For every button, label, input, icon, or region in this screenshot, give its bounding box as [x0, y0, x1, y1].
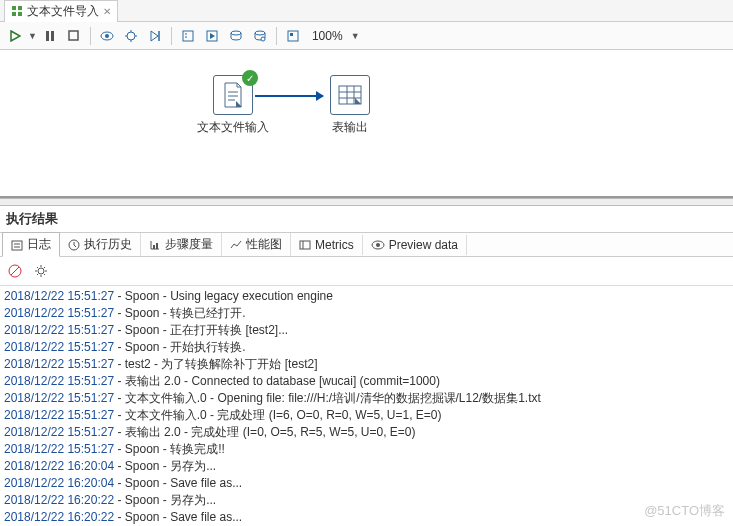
sql-button[interactable]	[225, 25, 247, 47]
svg-rect-45	[300, 241, 310, 249]
close-icon[interactable]: ✕	[103, 6, 111, 17]
svg-point-23	[255, 31, 265, 35]
svg-point-22	[231, 31, 241, 35]
log-line: 2018/12/22 15:51:27 - test2 - 为了转换解除补丁开始…	[4, 356, 729, 373]
log-settings-button[interactable]	[30, 260, 52, 282]
tab-metrics[interactable]: Metrics	[291, 235, 363, 255]
results-title: 执行结果	[0, 206, 733, 233]
impact-button[interactable]	[201, 25, 223, 47]
svg-rect-26	[290, 33, 293, 36]
log-toolbar	[0, 257, 733, 286]
svg-rect-44	[156, 243, 158, 249]
log-line: 2018/12/22 16:20:04 - Spoon - Save file …	[4, 475, 729, 492]
log-line: 2018/12/22 15:51:27 - Spoon - Using lega…	[4, 288, 729, 305]
preview-button[interactable]	[96, 25, 118, 47]
svg-rect-2	[12, 12, 16, 16]
clear-log-button[interactable]	[4, 260, 26, 282]
node-label: 文本文件输入	[197, 119, 269, 136]
tab-title: 文本文件导入	[27, 3, 99, 20]
svg-point-10	[127, 32, 135, 40]
splitter[interactable]	[0, 198, 733, 206]
svg-rect-7	[69, 31, 78, 40]
svg-rect-17	[183, 31, 193, 41]
tab-perf[interactable]: 性能图	[222, 233, 291, 256]
svg-rect-43	[153, 245, 155, 249]
log-line: 2018/12/22 15:51:27 - 文本文件输入.0 - Opening…	[4, 390, 729, 407]
log-line: 2018/12/22 15:51:27 - 文本文件输入.0 - 完成处理 (I…	[4, 407, 729, 424]
svg-line-57	[44, 274, 45, 275]
stop-button[interactable]	[63, 25, 85, 47]
node-label: 表输出	[332, 119, 368, 136]
log-line: 2018/12/22 15:51:27 - Spoon - 开始执行转换.	[4, 339, 729, 356]
svg-rect-3	[18, 12, 22, 16]
editor-tab-bar: 文本文件导入 ✕	[0, 0, 733, 22]
main-toolbar: ▼ 100% ▼	[0, 22, 733, 50]
table-icon	[337, 84, 363, 106]
svg-line-59	[44, 267, 45, 268]
run-dd-icon[interactable]: ▼	[28, 31, 37, 41]
svg-point-24	[261, 37, 265, 41]
node-text-input[interactable]: ✓ 文本文件输入	[197, 75, 269, 136]
watermark: @51CTO博客	[644, 502, 725, 520]
log-line: 2018/12/22 15:51:27 - 表输出 2.0 - 完成处理 (I=…	[4, 424, 729, 441]
svg-rect-6	[51, 31, 54, 41]
log-line: 2018/12/22 15:51:27 - Spoon - 转换已经打开.	[4, 305, 729, 322]
canvas[interactable]: ✓ 文本文件输入 表输出	[0, 50, 733, 198]
svg-rect-37	[12, 241, 22, 250]
log-line: 2018/12/22 16:20:22 - Spoon - 另存为...	[4, 492, 729, 509]
status-ok-icon: ✓	[242, 70, 258, 86]
tab-step-metrics[interactable]: 步骤度量	[141, 233, 222, 256]
svg-point-9	[105, 34, 109, 38]
svg-line-58	[37, 274, 38, 275]
pause-button[interactable]	[39, 25, 61, 47]
log-line: 2018/12/22 15:51:27 - 表输出 2.0 - Connecte…	[4, 373, 729, 390]
check-button[interactable]	[177, 25, 199, 47]
svg-marker-15	[151, 31, 158, 41]
zoom-value: 100%	[312, 29, 343, 43]
explore-button[interactable]	[249, 25, 271, 47]
svg-point-48	[376, 243, 380, 247]
tab-log[interactable]: 日志	[2, 232, 60, 257]
replay-button[interactable]	[144, 25, 166, 47]
log-line: 2018/12/22 15:51:27 - Spoon - 转换完成!!	[4, 441, 729, 458]
tab-preview[interactable]: Preview data	[363, 235, 467, 255]
log-line: 2018/12/22 16:20:22 - Spoon - Save file …	[4, 509, 729, 524]
node-table-output[interactable]: 表输出	[330, 75, 370, 136]
tab-transform[interactable]: 文本文件导入 ✕	[4, 0, 118, 22]
log-line: 2018/12/22 15:51:27 - Spoon - 正在打开转换 [te…	[4, 322, 729, 339]
transform-icon	[11, 5, 23, 17]
results-tabs: 日志 执行历史 步骤度量 性能图 Metrics Preview data	[0, 233, 733, 257]
file-icon	[222, 82, 244, 108]
svg-marker-4	[11, 31, 20, 41]
run-button[interactable]	[4, 25, 26, 47]
svg-rect-0	[12, 6, 16, 10]
log-panel[interactable]: 2018/12/22 15:51:27 - Spoon - Using lega…	[0, 286, 733, 524]
zoom-dropdown-icon[interactable]: ▼	[351, 31, 360, 41]
svg-line-50	[11, 267, 19, 275]
show-results-button[interactable]	[282, 25, 304, 47]
debug-button[interactable]	[120, 25, 142, 47]
svg-marker-21	[210, 33, 215, 39]
hop-arrow[interactable]	[255, 95, 323, 97]
svg-rect-1	[18, 6, 22, 10]
svg-point-51	[38, 268, 44, 274]
svg-rect-5	[46, 31, 49, 41]
log-line: 2018/12/22 16:20:04 - Spoon - 另存为...	[4, 458, 729, 475]
svg-line-56	[37, 267, 38, 268]
tab-history[interactable]: 执行历史	[60, 233, 141, 256]
